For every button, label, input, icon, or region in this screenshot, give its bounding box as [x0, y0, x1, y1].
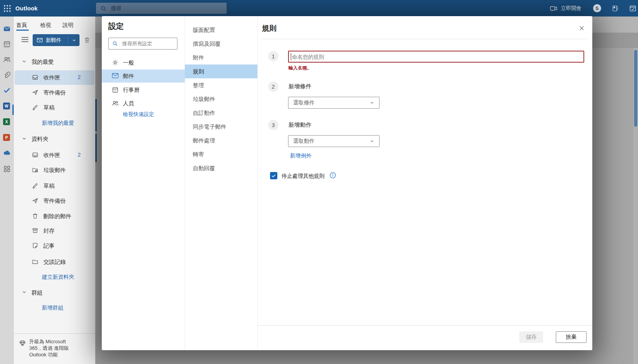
archive-icon: [32, 227, 38, 234]
selected-message-indicator: [95, 99, 97, 131]
more-apps-icon[interactable]: [3, 165, 11, 173]
new-mail-button[interactable]: 新郵件: [33, 34, 80, 46]
app-title: Outlook: [15, 5, 38, 12]
condition-dropdown[interactable]: 選取條件: [288, 97, 379, 109]
global-search-box[interactable]: [96, 3, 227, 14]
powerpoint-app-icon[interactable]: P: [3, 134, 11, 142]
word-app-icon[interactable]: W: [3, 103, 11, 110]
create-folder-link[interactable]: 建立新資料夾: [15, 270, 94, 285]
section-sync-email[interactable]: 同步電子郵件: [185, 120, 257, 134]
search-icon: [112, 41, 118, 46]
section-sweep[interactable]: 整理: [185, 78, 257, 92]
upgrade-promo[interactable]: 升級為 Microsoft 365，透過 進階版 Outlook 功能: [19, 338, 92, 358]
page-scrollbar-thumb[interactable]: [634, 50, 637, 127]
section-forwarding[interactable]: 轉寄: [185, 147, 257, 161]
rules-panel-title: 規則: [262, 23, 277, 33]
settings-category-general[interactable]: 一般: [102, 56, 185, 69]
onenote-feed-icon[interactable]: [612, 5, 619, 12]
chevron-down-icon: [22, 136, 27, 141]
discard-button[interactable]: 捨棄: [556, 331, 587, 343]
settings-search-box[interactable]: [108, 38, 177, 50]
sent-icon: [32, 89, 38, 96]
sidebar-item-inbox[interactable]: 收件匣 2: [15, 148, 94, 162]
unread-count-badge: 2: [78, 152, 81, 158]
check-icon: [271, 173, 276, 178]
onedrive-app-icon[interactable]: [3, 150, 11, 157]
sidebar-item-conversation-history[interactable]: 交談記錄: [15, 255, 94, 269]
chevron-down-icon: [370, 139, 375, 144]
stop-processing-checkbox[interactable]: [270, 172, 277, 179]
section-layout[interactable]: 版面配置: [185, 23, 257, 37]
divider: [262, 39, 588, 39]
settings-category-people[interactable]: 人員: [102, 97, 185, 110]
active-tab-underline: [16, 30, 29, 31]
groups-header[interactable]: 群組: [15, 285, 94, 300]
excel-app-icon[interactable]: X: [3, 118, 11, 126]
delete-toolbar-icon[interactable]: [84, 36, 90, 43]
section-auto-replies[interactable]: 自動回覆: [185, 161, 257, 175]
section-customize-actions[interactable]: 自訂動作: [185, 106, 257, 120]
mail-app-icon[interactable]: [3, 25, 11, 33]
sidebar-item-drafts-favorite[interactable]: 草稿: [15, 100, 94, 115]
sidebar-item-sent-favorite[interactable]: 寄件備份: [15, 85, 94, 100]
tab-help[interactable]: 說明: [63, 22, 73, 29]
divider: [14, 333, 95, 334]
sidebar-item-drafts[interactable]: 草稿: [15, 179, 94, 193]
sidebar-item-sent[interactable]: 寄件備份: [15, 194, 94, 208]
add-action-label: 新增動作: [288, 121, 312, 129]
hamburger-menu-icon[interactable]: [21, 36, 29, 43]
save-button[interactable]: 儲存: [519, 331, 543, 343]
sidebar-item-notes[interactable]: 記事: [15, 238, 94, 253]
add-favorite-link[interactable]: 新增我的最愛: [15, 116, 94, 131]
app-launcher-icon[interactable]: [3, 4, 12, 13]
gear-icon: [112, 59, 119, 66]
favorites-header[interactable]: 我的最愛: [15, 55, 94, 69]
todo-app-icon[interactable]: [3, 86, 11, 94]
section-message-handling[interactable]: 郵件處理: [185, 134, 257, 147]
divider: [257, 16, 258, 350]
view-quick-settings-link[interactable]: 檢視快速設定: [123, 111, 154, 118]
chevron-down-icon: [370, 100, 375, 105]
section-rules[interactable]: 規則: [185, 65, 257, 78]
sidebar-item-inbox-favorite[interactable]: 收件匣 2: [15, 70, 94, 85]
section-compose-reply[interactable]: 撰寫及回覆: [185, 37, 257, 51]
video-camera-icon: [550, 5, 557, 12]
settings-search-input[interactable]: [121, 40, 173, 47]
people-app-icon[interactable]: [3, 56, 11, 63]
action-dropdown[interactable]: 選取動作: [288, 135, 379, 147]
text-caret: [291, 53, 291, 60]
settings-category-mail[interactable]: 郵件: [102, 69, 185, 83]
tab-view[interactable]: 檢視: [40, 22, 51, 29]
folder-icon: [32, 258, 38, 265]
add-group-link[interactable]: 新增群組: [15, 301, 94, 315]
add-exception-link[interactable]: 新增例外: [290, 152, 312, 159]
section-attachments[interactable]: 附件: [185, 51, 257, 65]
sidebar-item-deleted[interactable]: 刪除的郵件: [15, 209, 94, 223]
settings-title: 設定: [108, 21, 124, 31]
close-icon[interactable]: [577, 23, 587, 33]
global-search-input[interactable]: [110, 5, 212, 12]
divider: [257, 325, 592, 326]
calendar-icon: [112, 86, 119, 93]
attachments-app-icon[interactable]: [3, 71, 11, 79]
folders-header[interactable]: 資料夾: [15, 132, 94, 146]
sidebar-item-archive[interactable]: 封存: [15, 223, 94, 238]
info-icon[interactable]: [329, 172, 336, 179]
mail-sidebar: 首頁 檢視 說明 新郵件 我的最愛 收件匣 2 寄件備份 草稿 新增我的最愛: [14, 17, 95, 364]
settings-category-calendar[interactable]: 行事曆: [102, 83, 185, 96]
unread-count-badge: 2: [78, 74, 81, 80]
calendar-app-icon[interactable]: [3, 40, 11, 48]
meet-now-button[interactable]: 立即開會: [550, 5, 582, 12]
rule-name-input[interactable]: [289, 51, 583, 62]
step-1-circle: 1: [268, 51, 278, 61]
draft-icon: [32, 182, 38, 189]
skype-icon[interactable]: S: [593, 4, 601, 12]
new-mail-dropdown-chevron[interactable]: [68, 38, 80, 43]
section-junk[interactable]: 垃圾郵件: [185, 92, 257, 106]
tab-home[interactable]: 首頁: [16, 22, 27, 29]
todo-calendar-icon[interactable]: [629, 5, 636, 12]
add-condition-label: 新增條件: [288, 83, 312, 90]
rule-name-field[interactable]: [288, 51, 584, 63]
draft-icon: [32, 104, 38, 111]
sidebar-item-junk[interactable]: 垃圾郵件: [15, 163, 94, 177]
